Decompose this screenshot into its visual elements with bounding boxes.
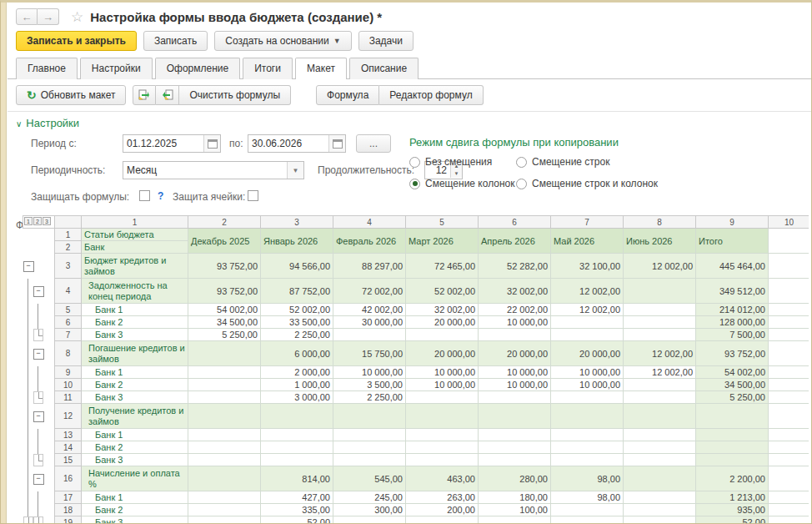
value-cell[interactable] [188,516,261,524]
value-cell[interactable] [624,404,696,429]
value-cell[interactable] [551,429,624,441]
value-cell[interactable] [624,441,696,454]
collapse-group-icon[interactable] [33,341,43,366]
value-cell[interactable]: 34 500,00 [696,379,769,391]
value-cell[interactable] [333,441,406,454]
cell[interactable] [769,229,809,254]
value-cell[interactable]: 263,00 [406,491,479,504]
cell[interactable] [769,279,809,304]
article-cell[interactable]: Задолженность на конец периода [82,279,188,304]
row-header[interactable]: 19 [55,516,82,524]
value-cell[interactable] [188,429,261,441]
settings-group-header[interactable]: ∨Настройки [8,112,811,131]
tab-itogi[interactable]: Итоги [243,58,293,79]
value-cell[interactable] [406,329,479,341]
column-header[interactable]: 1 [82,216,188,229]
value-cell[interactable]: 427,00 [261,491,333,504]
column-header[interactable]: 5 [406,216,479,229]
value-cell[interactable]: 12 002,00 [624,341,696,366]
value-cell[interactable]: 34 500,00 [188,316,261,329]
cell[interactable] [769,391,809,404]
calendar-icon[interactable] [328,135,345,152]
value-cell[interactable] [188,454,261,466]
value-cell[interactable]: 214 012,00 [696,304,769,316]
cell[interactable] [769,504,809,516]
row-header[interactable]: 17 [55,491,82,504]
value-cell[interactable] [333,516,406,524]
value-cell[interactable] [406,516,479,524]
value-cell[interactable] [624,316,696,329]
cell[interactable] [769,466,809,491]
value-cell[interactable]: 7 500,00 [696,329,769,341]
value-cell[interactable] [624,491,696,504]
period-to-input[interactable] [248,138,328,149]
value-cell[interactable] [333,404,406,429]
value-cell[interactable] [551,516,624,524]
value-cell[interactable]: 1 213,00 [696,491,769,504]
value-cell[interactable]: 72 002,00 [333,279,406,304]
tab-glavnoe[interactable]: Главное [16,58,78,79]
value-cell[interactable]: 10 000,00 [479,366,551,379]
group-level-buttons[interactable]: 123 [23,216,55,229]
value-cell[interactable] [624,379,696,391]
protect-formulas-checkbox[interactable] [139,190,150,201]
value-cell[interactable] [696,441,769,454]
value-cell[interactable]: 32 002,00 [479,279,551,304]
tasks-button[interactable]: Задачи [358,31,414,51]
value-cell[interactable]: 10 000,00 [479,316,551,329]
article-cell[interactable]: Получение кредитов и займов [82,404,188,429]
value-cell[interactable] [188,466,261,491]
value-cell[interactable]: 42 002,00 [333,304,406,316]
value-cell[interactable]: 6 000,00 [261,341,333,366]
period-from-input[interactable] [123,138,203,149]
value-cell[interactable]: 128 000,00 [696,316,769,329]
value-cell[interactable]: 100,00 [479,504,551,516]
row-header[interactable]: 7 [55,329,82,341]
column-header[interactable]: 3 [261,216,333,229]
forward-icon[interactable]: → [38,8,59,25]
value-cell[interactable] [624,391,696,404]
value-cell[interactable]: 2 000,00 [261,366,333,379]
period-more-button[interactable]: ... [356,134,391,153]
column-header[interactable]: 6 [479,216,551,229]
radio-shift-rows-columns[interactable]: Смещение строк и колонок [516,178,658,189]
value-cell[interactable] [479,404,551,429]
cell[interactable] [769,491,809,504]
value-cell[interactable]: 12 002,00 [624,254,696,279]
value-cell[interactable]: 52 002,00 [406,279,479,304]
value-cell[interactable] [188,379,261,391]
row-header[interactable]: 5 [55,304,82,316]
article-cell[interactable]: Банк 1 [82,491,188,504]
value-cell[interactable] [188,441,261,454]
value-cell[interactable]: 10 000,00 [333,366,406,379]
value-cell[interactable] [479,441,551,454]
month-header-cell[interactable]: Март 2026 [406,229,479,254]
value-cell[interactable]: 814,00 [261,466,333,491]
value-cell[interactable]: 935,00 [696,504,769,516]
cell[interactable] [769,366,809,379]
value-cell[interactable]: 10 000,00 [551,366,624,379]
value-cell[interactable]: 2 200,00 [696,466,769,491]
value-cell[interactable]: 2 250,00 [333,391,406,404]
chevron-down-icon[interactable]: ▼ [287,162,303,179]
value-cell[interactable]: 15 750,00 [333,341,406,366]
value-cell[interactable] [551,391,624,404]
article-cell[interactable]: Начисление и оплата % [82,466,188,491]
value-cell[interactable] [188,491,261,504]
value-cell[interactable] [333,429,406,441]
protect-cell-checkbox[interactable] [248,190,258,201]
value-cell[interactable] [551,454,624,466]
value-cell[interactable]: 335,00 [261,504,333,516]
cell[interactable] [769,429,809,441]
value-cell[interactable] [624,429,696,441]
month-header-cell[interactable]: Февраль 2026 [333,229,406,254]
row-header[interactable]: 11 [55,391,82,404]
value-cell[interactable]: 12 002,00 [551,304,624,316]
value-cell[interactable] [406,441,479,454]
value-cell[interactable] [479,454,551,466]
value-cell[interactable]: 12 002,00 [624,366,696,379]
value-cell[interactable]: 54 002,00 [696,366,769,379]
article-cell[interactable]: Банк 1 [82,366,188,379]
value-cell[interactable]: 32 002,00 [406,304,479,316]
cell[interactable] [769,304,809,316]
